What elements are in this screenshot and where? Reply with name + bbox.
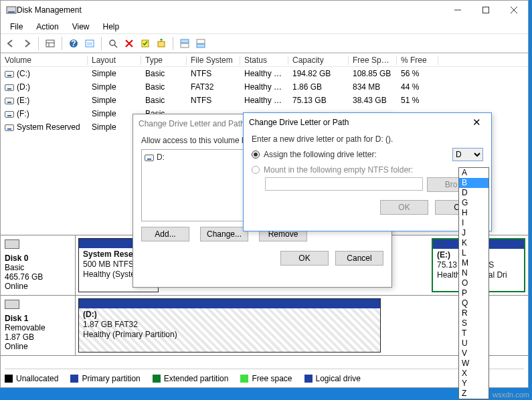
app-icon [6,5,17,15]
close-button[interactable] [500,1,528,19]
letter-option[interactable]: O [459,278,489,288]
radio-mount-label: Mount in the following empty NTFS folder… [264,165,413,175]
titlebar: Disk Management [1,1,528,19]
legend-swatch-extended [153,375,161,383]
legend-label: Extended partition [164,374,229,383]
letter-option[interactable]: M [459,258,489,268]
action-button[interactable] [154,36,169,51]
menu-file[interactable]: File [3,21,29,33]
path-entry[interactable]: D: [157,153,165,162]
maximize-button[interactable] [472,1,500,19]
letter-option[interactable]: S [459,318,489,328]
letter-option[interactable]: L [459,248,489,258]
svg-rect-16 [158,41,165,47]
letter-option[interactable]: G [459,198,489,208]
letter-option[interactable]: A [459,168,489,178]
close-icon[interactable]: ✕ [467,116,486,128]
drive-letter-select[interactable]: D [452,148,483,161]
legend: Unallocated Primary partition Extended p… [5,369,524,385]
menu-view[interactable]: View [66,21,96,33]
table-row[interactable]: (E:)SimpleBasicNTFSHealthy (L...75.13 GB… [1,94,528,107]
forward-button[interactable] [19,36,34,51]
menubar: File Action View Help [1,19,528,34]
delete-button[interactable] [122,36,137,51]
refresh-button[interactable] [106,36,120,51]
letter-option[interactable]: P [459,288,489,298]
minimize-button[interactable] [444,1,472,19]
legend-label: Primary partition [82,374,140,383]
settings-button[interactable] [82,36,97,51]
svg-rect-3 [483,7,489,13]
svg-rect-17 [181,39,189,43]
letter-option[interactable]: H [459,208,489,218]
svg-line-14 [114,45,117,47]
watermark: wsxdn.com [493,391,529,399]
letter-option[interactable]: R [459,308,489,318]
show-hide-button[interactable] [43,36,58,51]
disk-row: Disk 1Removable1.87 GBOnline(D:)1.87 GB … [1,296,528,356]
svg-rect-20 [197,44,205,47]
menu-action[interactable]: Action [29,21,65,33]
svg-point-13 [110,40,115,45]
legend-swatch-logical [304,375,313,383]
back-button[interactable] [3,36,18,51]
cancel-button[interactable]: Cancel [335,251,383,266]
add-button[interactable]: Add... [141,227,189,241]
col-status[interactable]: Status [240,56,288,65]
change-letter-dialog: Change Drive Letter or Path ✕ Enter a ne… [243,112,492,231]
disk-header[interactable]: Disk 1Removable1.87 GBOnline [1,296,76,355]
ok-button[interactable]: OK [280,251,329,266]
legend-label: Unallocated [16,374,58,383]
letter-option[interactable]: T [459,328,489,338]
col-layout[interactable]: Layout [88,56,141,65]
disk-header[interactable]: Disk 0Basic465.76 GBOnline [1,235,76,295]
svg-rect-18 [181,43,189,47]
letter-option[interactable]: W [459,359,489,369]
drive-icon [145,155,154,161]
svg-rect-19 [197,39,205,43]
col-type[interactable]: Type [141,56,187,65]
letter-option[interactable]: D [459,188,489,198]
svg-rect-6 [46,40,54,47]
list-top-button[interactable] [177,36,192,51]
change-button[interactable]: Change... [200,227,248,241]
col-volume[interactable]: Volume [1,56,88,65]
letter-option[interactable]: B [459,178,489,188]
partition[interactable]: (D:)1.87 GB FAT32Healthy (Primary Partit… [78,298,381,353]
legend-label: Logical drive [316,374,361,383]
radio-assign-label: Assign the following drive letter: [264,150,452,159]
legend-swatch-primary [70,375,78,383]
dialog2-title: Change Drive Letter or Path [249,118,349,127]
legend-swatch-free [240,375,248,383]
letter-option[interactable]: Y [459,379,489,389]
properties-button[interactable] [138,36,153,51]
radio-mount[interactable] [252,166,260,174]
col-pctfree[interactable]: % Free [397,56,438,65]
list-bottom-button[interactable] [193,36,208,51]
letter-option[interactable]: I [459,218,489,228]
col-free[interactable]: Free Spa... [349,56,397,65]
help-button[interactable]: ? [66,36,81,51]
col-capacity[interactable]: Capacity [288,56,349,65]
mount-path-input [265,177,423,191]
drive-letter-dropdown[interactable]: ABDGHIJKLMNOPQRSTUVWXYZ [458,167,489,399]
table-row[interactable]: (C:)SimpleBasicNTFSHealthy (B...194.82 G… [1,67,528,80]
svg-rect-12 [87,42,92,45]
letter-option[interactable]: N [459,268,489,278]
ok-button[interactable]: OK [380,200,428,215]
letter-option[interactable]: Z [459,389,489,399]
letter-option[interactable]: K [459,238,489,248]
toolbar: ? [1,34,528,53]
svg-text:?: ? [71,39,76,48]
letter-option[interactable]: V [459,348,489,359]
window-title: Disk Management [17,5,444,15]
table-row[interactable]: (D:)SimpleBasicFAT32Healthy (P...1.86 GB… [1,80,528,94]
menu-help[interactable]: Help [96,21,126,33]
letter-option[interactable]: X [459,369,489,379]
letter-option[interactable]: J [459,228,489,238]
col-fs[interactable]: File System [187,56,240,65]
radio-assign[interactable] [252,151,260,159]
legend-label: Free space [252,374,292,383]
letter-option[interactable]: U [459,338,489,348]
letter-option[interactable]: Q [459,298,489,308]
